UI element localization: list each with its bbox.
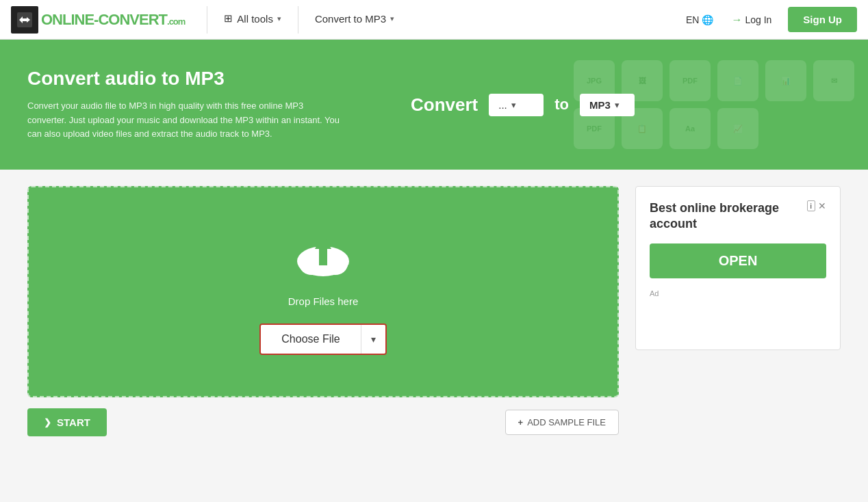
upload-dropzone[interactable]: Drop Files here Choose File ▾ <box>27 186 619 397</box>
start-button[interactable]: ❯ START <box>27 408 107 436</box>
login-button[interactable]: → Log In <box>722 8 781 31</box>
add-sample-button[interactable]: + ADD SAMPLE FILE <box>505 410 619 435</box>
add-sample-plus-icon: + <box>518 417 524 427</box>
ad-close-group: i ✕ <box>807 200 826 211</box>
upload-section: Drop Files here Choose File ▾ ❯ START + … <box>27 186 619 436</box>
all-tools-chevron-icon: ▾ <box>277 14 281 23</box>
upload-icon <box>291 228 356 285</box>
grid-icon: ⊞ <box>224 12 233 25</box>
bg-icon-chart: 📊 <box>765 60 806 101</box>
convert-to-mp3-button[interactable]: Convert to MP3 ▾ <box>304 0 405 40</box>
site-logo[interactable]: ONLINE-CONVERT.com <box>11 6 185 34</box>
lang-label: EN <box>686 14 699 25</box>
bg-icon-bar: 📈 <box>717 108 758 149</box>
add-sample-label: ADD SAMPLE FILE <box>527 417 606 427</box>
all-tools-label: All tools <box>237 13 273 25</box>
ad-close-icon[interactable]: ✕ <box>818 200 826 211</box>
signup-button[interactable]: Sign Up <box>788 7 857 32</box>
hero-to-value: MP3 <box>589 99 611 111</box>
choose-file-dropdown-button[interactable]: ▾ <box>361 325 385 354</box>
signup-label: Sign Up <box>803 14 842 25</box>
hero-left: Convert audio to MP3 Convert your audio … <box>27 68 383 142</box>
convert-mp3-chevron-icon: ▾ <box>390 14 394 23</box>
main-content: Drop Files here Choose File ▾ ❯ START + … <box>0 170 868 453</box>
nav-divider-1 <box>207 6 207 34</box>
upload-actions: ❯ START + ADD SAMPLE FILE <box>27 408 619 436</box>
login-label: Log In <box>745 14 771 25</box>
hero-from-select-wrapper[interactable]: ... ▾ <box>489 94 544 116</box>
bg-icon-email: ✉ <box>813 60 854 101</box>
choose-file-chevron-icon: ▾ <box>371 334 376 345</box>
bg-icon-pdf: PDF <box>669 60 711 101</box>
hero-to-chevron-icon: ▾ <box>615 100 620 110</box>
ad-title: Best online brokerage account <box>650 200 787 233</box>
all-tools-button[interactable]: ⊞ All tools ▾ <box>213 0 292 40</box>
drop-files-text: Drop Files here <box>288 295 359 307</box>
hero-from-chevron-icon: ▾ <box>511 100 516 110</box>
hero-description: Convert your audio file to MP3 in high q… <box>27 99 342 142</box>
bg-icon-doc: 📄 <box>717 60 758 101</box>
nav-divider-2 <box>298 6 298 34</box>
hero-to-label: to <box>554 96 569 114</box>
bg-icon-font: Aa <box>669 108 711 149</box>
login-arrow-icon: → <box>731 14 742 26</box>
hero-to-select-wrapper[interactable]: MP3 ▾ <box>580 94 635 116</box>
logo-text: ONLINE-CONVERT.com <box>41 11 185 29</box>
hero-from-value: ... <box>498 99 507 111</box>
logo-icon <box>11 6 38 34</box>
ad-open-button[interactable]: OPEN <box>650 243 826 278</box>
hero-banner: Convert audio to MP3 Convert your audio … <box>0 40 868 170</box>
navbar: ONLINE-CONVERT.com ⊞ All tools ▾ Convert… <box>0 0 868 40</box>
globe-icon: 🌐 <box>702 14 713 25</box>
hero-title: Convert audio to MP3 <box>27 68 383 90</box>
ad-sidebar: Best online brokerage account i ✕ OPEN A… <box>635 186 841 350</box>
choose-file-button[interactable]: Choose File <box>261 325 360 354</box>
start-chevron-icon: ❯ <box>44 417 51 427</box>
ad-info-icon[interactable]: i <box>807 200 815 211</box>
ad-header: Best online brokerage account i ✕ <box>650 200 826 233</box>
convert-mp3-label: Convert to MP3 <box>315 13 386 25</box>
language-button[interactable]: EN 🌐 <box>678 9 722 31</box>
hero-convert-label: Convert <box>411 94 478 116</box>
ad-label: Ad <box>650 289 826 298</box>
choose-file-wrapper: Choose File ▾ <box>259 323 386 355</box>
hero-converter: Convert ... ▾ to MP3 ▾ <box>411 94 635 116</box>
start-label: START <box>57 417 90 428</box>
ad-box: Best online brokerage account i ✕ OPEN A… <box>635 186 841 350</box>
